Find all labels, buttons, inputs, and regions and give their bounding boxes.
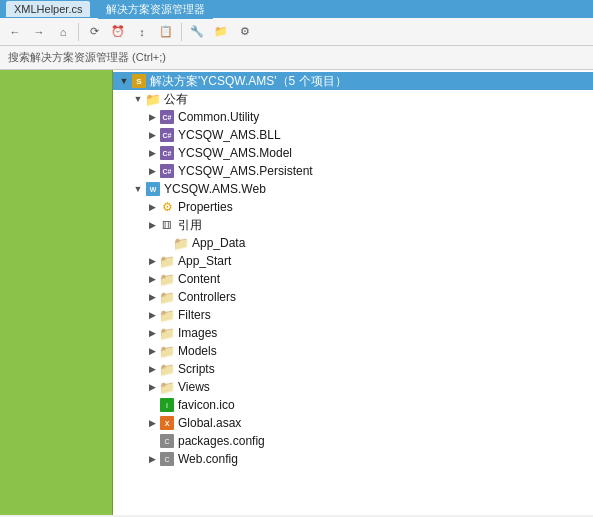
folder-gray-icon: 📁 (159, 325, 175, 341)
separator-2 (181, 23, 182, 41)
separator-1 (78, 23, 79, 41)
expand-arrow: ▼ (131, 92, 145, 106)
left-sidebar (0, 70, 113, 515)
folder-gray-icon: 📁 (159, 271, 175, 287)
tree-item[interactable]: ▶⚙Properties (113, 198, 593, 216)
refs-icon: ⚅ (159, 217, 175, 233)
config-icon: C (159, 451, 175, 467)
nav-forward-button[interactable]: → (28, 21, 50, 43)
xml-icon: X (159, 415, 175, 431)
tree-item[interactable]: ▶📁Filters (113, 306, 593, 324)
expand-arrow: ▶ (145, 146, 159, 160)
expand-arrow: ▶ (145, 344, 159, 358)
expand-arrow: ▶ (145, 380, 159, 394)
tree-root[interactable]: ▼ S 解决方案'YCSQW.AMS'（5 个项目） (113, 72, 593, 90)
toolbar: ← → ⌂ ⟳ ⏰ ↕ 📋 🔧 📁 ⚙ (0, 18, 593, 46)
folder-gray-icon: 📁 (173, 235, 189, 251)
tree-item[interactable]: ▶📁Images (113, 324, 593, 342)
tree-item[interactable]: ▼📁公有 (113, 90, 593, 108)
folder-gray-icon: 📁 (159, 307, 175, 323)
web-icon: W (145, 181, 161, 197)
folder-button[interactable]: 📁 (210, 21, 232, 43)
clipboard-button[interactable]: 📋 (155, 21, 177, 43)
props-icon: ⚙ (159, 199, 175, 215)
tree-item[interactable]: ▶📁Scripts (113, 360, 593, 378)
expand-arrow: ▶ (145, 218, 159, 232)
tree-item[interactable]: ▶CWeb.config (113, 450, 593, 468)
tree-item-label: Common.Utility (178, 110, 259, 124)
folder-gray-icon: 📁 (159, 253, 175, 269)
tree-item[interactable]: ▶⚅引用 (113, 216, 593, 234)
tool-button[interactable]: 🔧 (186, 21, 208, 43)
folder-gray-icon: 📁 (159, 289, 175, 305)
tree-item[interactable]: ▶C#YCSQW_AMS.Persistent (113, 162, 593, 180)
tree-item-label: 公有 (164, 91, 188, 108)
tree-item[interactable]: ▶📁Models (113, 342, 593, 360)
tree-item[interactable]: ▶C#Common.Utility (113, 108, 593, 126)
tree-item[interactable]: ▶📁App_Start (113, 252, 593, 270)
tree-item-label: App_Data (192, 236, 245, 250)
expand-arrow: ▼ (131, 182, 145, 196)
tree-item-label: Content (178, 272, 220, 286)
search-bar[interactable]: 搜索解决方案资源管理器 (Ctrl+;) (0, 46, 593, 70)
cs-icon: C# (159, 127, 175, 143)
config-icon: C (159, 433, 175, 449)
tab-xmlhelper[interactable]: XMLHelper.cs (6, 1, 90, 17)
tree-item-label: packages.config (178, 434, 265, 448)
sync-button[interactable]: ↕ (131, 21, 153, 43)
tree-item-label: Images (178, 326, 217, 340)
tree-item-label: YCSQW_AMS.BLL (178, 128, 281, 142)
tab-solution-explorer[interactable]: 解决方案资源管理器 (98, 0, 213, 19)
tree-item-label: Views (178, 380, 210, 394)
tree-item-label: Models (178, 344, 217, 358)
tree-item[interactable]: ▶📁Views (113, 378, 593, 396)
expand-arrow: ▶ (145, 326, 159, 340)
search-label: 搜索解决方案资源管理器 (Ctrl+;) (8, 51, 166, 63)
tree-item-label: Scripts (178, 362, 215, 376)
settings-button[interactable]: ⚙ (234, 21, 256, 43)
expand-arrow: ▶ (145, 290, 159, 304)
tree-item-label: YCSQW_AMS.Persistent (178, 164, 313, 178)
tree-item[interactable]: ▶C#YCSQW_AMS.BLL (113, 126, 593, 144)
folder-gray-icon: 📁 (159, 379, 175, 395)
expand-arrow: ▶ (145, 254, 159, 268)
tree-item[interactable]: ▶Cpackages.config (113, 432, 593, 450)
expand-arrow: ▶ (145, 452, 159, 466)
root-label: 解决方案'YCSQW.AMS'（5 个项目） (150, 73, 347, 90)
tree-item[interactable]: ▶Ifavicon.ico (113, 396, 593, 414)
tree-item-label: 引用 (178, 217, 202, 234)
tree-item-label: YCSQW_AMS.Model (178, 146, 292, 160)
tree-item[interactable]: ▶C#YCSQW_AMS.Model (113, 144, 593, 162)
tree-item[interactable]: ▶📁Controllers (113, 288, 593, 306)
home-button[interactable]: ⌂ (52, 21, 74, 43)
tree-item-label: Properties (178, 200, 233, 214)
tree-item[interactable]: ▶📁Content (113, 270, 593, 288)
tree-item-label: YCSQW.AMS.Web (164, 182, 266, 196)
tree-items-container: ▼📁公有▶C#Common.Utility▶C#YCSQW_AMS.BLL▶C#… (113, 90, 593, 468)
expand-arrow: ▶ (145, 416, 159, 430)
folder-gray-icon: 📁 (159, 343, 175, 359)
refresh-button[interactable]: ⟳ (83, 21, 105, 43)
folder-gray-icon: 📁 (159, 361, 175, 377)
expand-arrow: ▶ (145, 128, 159, 142)
tree-item[interactable]: ▶📁App_Data (113, 234, 593, 252)
cs-icon: C# (159, 163, 175, 179)
tree-item-label: App_Start (178, 254, 231, 268)
expand-arrow: ▶ (145, 272, 159, 286)
tree-item-label: favicon.ico (178, 398, 235, 412)
title-bar: XMLHelper.cs 解决方案资源管理器 (0, 0, 593, 18)
cs-icon: C# (159, 109, 175, 125)
expand-arrow: ▶ (145, 164, 159, 178)
tree-item-label: Controllers (178, 290, 236, 304)
nav-back-button[interactable]: ← (4, 21, 26, 43)
expand-arrow: ▶ (145, 110, 159, 124)
main-area: ▼ S 解决方案'YCSQW.AMS'（5 个项目） ▼📁公有▶C#Common… (0, 70, 593, 515)
tree-item-label: Global.asax (178, 416, 241, 430)
clock-button[interactable]: ⏰ (107, 21, 129, 43)
tree-item[interactable]: ▶XGlobal.asax (113, 414, 593, 432)
ico-icon: I (159, 397, 175, 413)
folder-icon: 📁 (145, 91, 161, 107)
expand-arrow: ▶ (145, 362, 159, 376)
expand-arrow-root: ▼ (117, 74, 131, 88)
tree-item[interactable]: ▼WYCSQW.AMS.Web (113, 180, 593, 198)
